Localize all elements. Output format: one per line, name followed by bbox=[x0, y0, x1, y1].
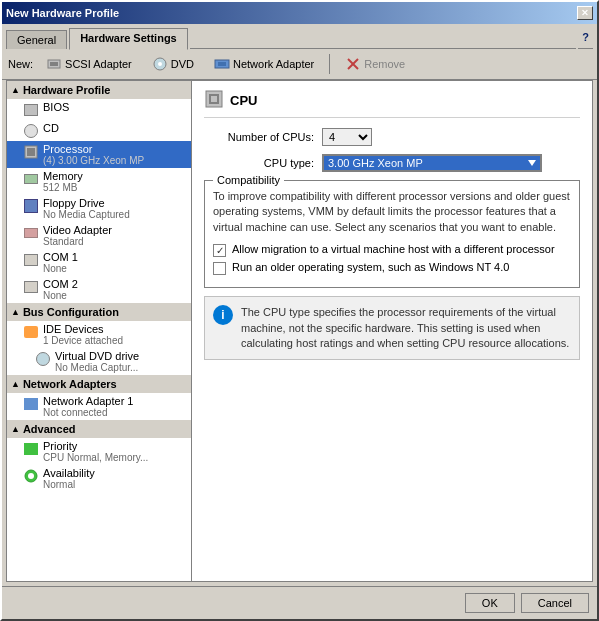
scsi-adapter-button[interactable]: SCSI Adapter bbox=[39, 53, 139, 75]
cpu-type-dropdown[interactable]: 3.00 GHz Xeon MP bbox=[322, 154, 542, 172]
checkbox1-check: ✓ bbox=[216, 245, 224, 256]
hp-section-label: Hardware Profile bbox=[23, 84, 110, 96]
adv-chevron-icon: ▲ bbox=[11, 424, 20, 434]
svg-rect-1 bbox=[50, 62, 58, 66]
sidebar-item-bios[interactable]: BIOS bbox=[7, 99, 191, 120]
sidebar-item-availability[interactable]: Availability Normal bbox=[7, 465, 191, 492]
floppy-label: Floppy Drive bbox=[43, 197, 130, 209]
svg-point-3 bbox=[158, 62, 162, 66]
checkbox1-label: Allow migration to a virtual machine hos… bbox=[232, 243, 555, 255]
sidebar-item-dvd-drive[interactable]: Virtual DVD drive No Media Captur... bbox=[7, 348, 191, 375]
bus-chevron-icon: ▲ bbox=[11, 307, 20, 317]
priority-label: Priority bbox=[43, 440, 148, 452]
help-button[interactable]: ? bbox=[578, 28, 593, 49]
svg-rect-14 bbox=[211, 96, 217, 102]
floppy-sub: No Media Captured bbox=[43, 209, 130, 220]
dvd-drive-label: Virtual DVD drive bbox=[55, 350, 139, 362]
sidebar-item-video[interactable]: Video Adapter Standard bbox=[7, 222, 191, 249]
checkbox1-row: ✓ Allow migration to a virtual machine h… bbox=[213, 243, 571, 257]
video-label: Video Adapter bbox=[43, 224, 112, 236]
remove-button[interactable]: Remove bbox=[338, 53, 412, 75]
new-label: New: bbox=[8, 58, 33, 70]
cancel-button[interactable]: Cancel bbox=[521, 593, 589, 613]
priority-icon bbox=[23, 441, 39, 457]
net1-sub: Not connected bbox=[43, 407, 134, 418]
title-bar-controls: ✕ bbox=[577, 6, 593, 20]
dvd-icon bbox=[152, 56, 168, 72]
sidebar-item-cd[interactable]: CD bbox=[7, 120, 191, 141]
ide-label: IDE Devices bbox=[43, 323, 123, 335]
window-title: New Hardware Profile bbox=[6, 7, 119, 19]
memory-icon bbox=[23, 171, 39, 187]
toolbar-separator bbox=[329, 54, 330, 74]
title-bar: New Hardware Profile ✕ bbox=[2, 2, 597, 24]
com1-icon bbox=[23, 252, 39, 268]
info-text: The CPU type specifies the processor req… bbox=[241, 305, 571, 351]
net-section-label: Network Adapters bbox=[23, 378, 117, 390]
sidebar-item-ide[interactable]: IDE Devices 1 Device attached bbox=[7, 321, 191, 348]
scsi-icon bbox=[46, 56, 62, 72]
svg-rect-9 bbox=[27, 148, 35, 156]
memory-sub: 512 MB bbox=[43, 182, 83, 193]
ok-button[interactable]: OK bbox=[465, 593, 515, 613]
hp-chevron-icon: ▲ bbox=[11, 85, 20, 95]
dvd-button[interactable]: DVD bbox=[145, 53, 201, 75]
dvd-drive-sub: No Media Captur... bbox=[55, 362, 139, 373]
remove-icon bbox=[345, 56, 361, 72]
sidebar-section-advanced[interactable]: ▲ Advanced bbox=[7, 420, 191, 438]
num-cpus-select[interactable]: 4 1 2 8 bbox=[322, 128, 372, 146]
remove-label: Remove bbox=[364, 58, 405, 70]
ide-icon bbox=[23, 324, 39, 340]
tab-general[interactable]: General bbox=[6, 30, 67, 49]
bottom-bar: OK Cancel bbox=[2, 586, 597, 619]
net1-label: Network Adapter 1 bbox=[43, 395, 134, 407]
dvd-drive-icon bbox=[35, 351, 51, 367]
availability-icon bbox=[23, 468, 39, 484]
video-icon bbox=[23, 225, 39, 241]
sidebar-section-hardware-profile[interactable]: ▲ Hardware Profile bbox=[7, 81, 191, 99]
checkbox2[interactable] bbox=[213, 262, 226, 275]
scsi-label: SCSI Adapter bbox=[65, 58, 132, 70]
adv-section-label: Advanced bbox=[23, 423, 76, 435]
dropdown-arrow-icon bbox=[528, 160, 536, 166]
bus-section-label: Bus Configuration bbox=[23, 306, 119, 318]
net-chevron-icon: ▲ bbox=[11, 379, 20, 389]
tab-hardware-settings[interactable]: Hardware Settings bbox=[69, 28, 188, 50]
availability-label: Availability bbox=[43, 467, 95, 479]
checkbox2-row: Run an older operating system, such as W… bbox=[213, 261, 571, 275]
network-adapter-button[interactable]: Network Adapter bbox=[207, 53, 321, 75]
cpu-type-label: CPU type: bbox=[204, 157, 314, 169]
cpu-panel-title: CPU bbox=[230, 93, 257, 108]
dvd-label: DVD bbox=[171, 58, 194, 70]
panel-title-row: CPU bbox=[204, 89, 580, 118]
sidebar-item-processor[interactable]: Processor (4) 3.00 GHz Xeon MP bbox=[7, 141, 191, 168]
com2-sub: None bbox=[43, 290, 78, 301]
sidebar-item-memory[interactable]: Memory 512 MB bbox=[7, 168, 191, 195]
close-button[interactable]: ✕ bbox=[577, 6, 593, 20]
sidebar-item-priority[interactable]: Priority CPU Normal, Memory... bbox=[7, 438, 191, 465]
title-bar-text: New Hardware Profile bbox=[6, 7, 119, 19]
com1-label: COM 1 bbox=[43, 251, 78, 263]
sidebar-item-net1[interactable]: Network Adapter 1 Not connected bbox=[7, 393, 191, 420]
sidebar-item-com1[interactable]: COM 1 None bbox=[7, 249, 191, 276]
num-cpus-row: Number of CPUs: 4 1 2 8 bbox=[204, 128, 580, 146]
ide-sub: 1 Device attached bbox=[43, 335, 123, 346]
sidebar-section-bus[interactable]: ▲ Bus Configuration bbox=[7, 303, 191, 321]
cd-icon bbox=[23, 123, 39, 139]
checkbox1[interactable]: ✓ bbox=[213, 244, 226, 257]
compat-group: Compatibility To improve compatibility w… bbox=[204, 180, 580, 288]
priority-sub: CPU Normal, Memory... bbox=[43, 452, 148, 463]
svg-point-11 bbox=[28, 473, 34, 479]
sidebar-item-floppy[interactable]: Floppy Drive No Media Captured bbox=[7, 195, 191, 222]
checkbox2-label: Run an older operating system, such as W… bbox=[232, 261, 509, 273]
com2-label: COM 2 bbox=[43, 278, 78, 290]
floppy-icon bbox=[23, 198, 39, 214]
num-cpus-label: Number of CPUs: bbox=[204, 131, 314, 143]
info-panel: i The CPU type specifies the processor r… bbox=[204, 296, 580, 360]
cpu-icon bbox=[204, 89, 224, 111]
compat-legend: Compatibility bbox=[213, 174, 284, 186]
sidebar-section-network[interactable]: ▲ Network Adapters bbox=[7, 375, 191, 393]
network-icon bbox=[214, 56, 230, 72]
svg-rect-5 bbox=[218, 62, 226, 66]
sidebar-item-com2[interactable]: COM 2 None bbox=[7, 276, 191, 303]
